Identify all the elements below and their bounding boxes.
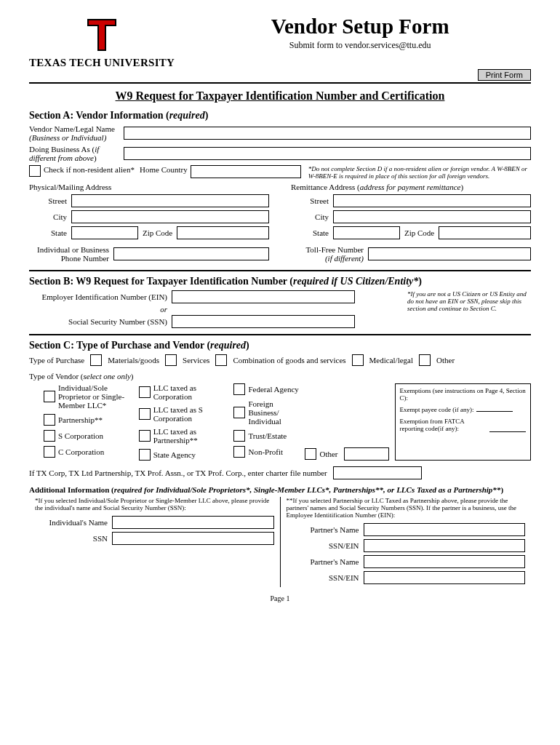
tollfree-field[interactable]: [368, 247, 531, 260]
llc-scorp-checkbox[interactable]: [139, 408, 151, 420]
partner2-name-label: Partner's Name: [287, 557, 359, 566]
state-label-2: State: [291, 228, 329, 237]
partner2-ssn-field[interactable]: [364, 571, 526, 584]
individual-name-label: Individual's Name: [35, 518, 108, 527]
partnership-label: Partnership**: [58, 415, 103, 424]
exempt-payee-label: Exempt payee code (if any):: [400, 406, 474, 413]
submit-instruction: Submit form to vendor.services@ttu.edu: [189, 40, 531, 51]
ein-label: Employer Identification Number (EIN): [29, 292, 167, 301]
individual-label: Individual/Sole Proprietor or Single-Mem…: [58, 383, 133, 410]
trust-checkbox[interactable]: [233, 430, 245, 442]
type-vendor-label: Type of Vendor (select one only): [29, 372, 531, 381]
divider: [29, 82, 531, 84]
other-purchase-label: Other: [436, 356, 455, 364]
other-vendor-checkbox[interactable]: [305, 448, 316, 460]
exempt-fatca-field[interactable]: [489, 418, 526, 432]
nonresident-checkbox[interactable]: [29, 165, 41, 177]
exempt-fatca-label: Exemption from FATCA reporting code(if a…: [400, 418, 487, 432]
combo-checkbox[interactable]: [215, 354, 227, 366]
scorp-label: S Corporation: [58, 431, 103, 440]
print-button[interactable]: Print Form: [478, 69, 531, 81]
phone-label: Individual or BusinessPhone Number: [29, 245, 109, 263]
vendor-name-field[interactable]: [124, 127, 531, 140]
ccorp-label: C Corporation: [58, 447, 104, 456]
home-country-field[interactable]: [191, 165, 301, 178]
llc-corp-checkbox[interactable]: [139, 386, 151, 398]
partnership-checkbox[interactable]: [44, 414, 55, 426]
other-purchase-checkbox[interactable]: [419, 354, 431, 366]
ssn-field[interactable]: [172, 315, 355, 328]
additional-info-header: Additional Information (required for Ind…: [29, 485, 531, 494]
services-label: Services: [183, 356, 209, 364]
individual-ssn-field[interactable]: [112, 532, 274, 545]
phys-city-field[interactable]: [71, 210, 269, 223]
individual-name-field[interactable]: [112, 516, 274, 529]
divider: [29, 270, 531, 271]
section-b-header: Section B: W9 Request for Taxpayer Ident…: [29, 276, 531, 287]
partner1-name-field[interactable]: [364, 523, 526, 536]
ccorp-checkbox[interactable]: [44, 446, 55, 458]
llc-partnership-checkbox[interactable]: [139, 430, 151, 442]
form-title: Vendor Setup Form: [189, 15, 531, 39]
foreign-checkbox[interactable]: [233, 407, 245, 418]
scorp-checkbox[interactable]: [44, 430, 55, 442]
ttu-logo: [81, 15, 122, 55]
medical-label: Medical/legal: [369, 356, 413, 364]
exemptions-box: Exemptions (see instructions on Page 4, …: [395, 383, 531, 461]
exempt-payee-field[interactable]: [476, 411, 513, 412]
llc-corp-label: LLC taxed as Corporation: [153, 383, 228, 401]
svg-rect-3: [99, 20, 105, 49]
tollfree-label: Toll-Free Number(if different): [291, 245, 364, 263]
medical-checkbox[interactable]: [352, 354, 364, 366]
charter-field[interactable]: [333, 466, 422, 479]
city-label: City: [29, 212, 67, 221]
phys-state-field[interactable]: [71, 226, 138, 239]
city-label-2: City: [291, 212, 329, 221]
services-checkbox[interactable]: [165, 354, 177, 366]
ssn-label: Social Security Number (SSN): [29, 317, 167, 326]
section-a-header: Section A: Vendor Information (required): [29, 110, 531, 121]
other-vendor-field[interactable]: [344, 447, 389, 461]
nonprofit-label: Non-Profit: [248, 447, 283, 456]
state-agency-checkbox[interactable]: [139, 449, 151, 461]
state-agency-label: State Agency: [153, 450, 196, 459]
phone-field[interactable]: [113, 247, 269, 260]
type-purchase-label: Type of Purchase: [29, 356, 84, 364]
home-country-label: Home Country: [140, 165, 188, 174]
nonresident-label: Check if non-resident alien*: [44, 165, 140, 174]
or-label: or: [29, 305, 167, 314]
physical-address-label: Physical/Mailing Address: [29, 183, 269, 191]
charter-label: If TX Corp, TX Ltd Partnership, TX Prof.…: [29, 469, 327, 477]
llc-scorp-label: LLC taxed as S Corporation: [153, 405, 228, 423]
other-vendor-label: Other: [319, 450, 337, 458]
section-b-note: *If you are not a US Citizen or US Entit…: [407, 290, 531, 330]
phys-street-field[interactable]: [71, 194, 269, 207]
dba-field[interactable]: [124, 147, 531, 160]
trust-label: Trust/Estate: [248, 431, 287, 440]
remit-street-field[interactable]: [333, 194, 531, 207]
llc-partnership-label: LLC taxed as Partnership**: [153, 427, 228, 445]
individual-note: *If you selected Individual/Sole Proprie…: [35, 497, 274, 511]
partner1-name-label: Partner's Name: [287, 525, 359, 534]
nonresident-note: *Do not complete Section D if a non-resi…: [308, 165, 531, 180]
zip-label: Zip Code: [143, 228, 172, 237]
materials-label: Materials/goods: [108, 356, 159, 364]
remit-city-field[interactable]: [333, 210, 531, 223]
federal-agency-checkbox[interactable]: [233, 383, 245, 395]
materials-checkbox[interactable]: [90, 354, 102, 366]
partner1-ssn-field[interactable]: [364, 539, 526, 552]
divider: [29, 334, 531, 335]
partner2-ssn-label: SSN/EIN: [287, 573, 359, 582]
zip-label-2: Zip Code: [404, 228, 434, 237]
partner2-name-field[interactable]: [364, 555, 526, 568]
university-name: TEXAS TECH UNIVERSITY: [29, 57, 175, 69]
exemptions-header: Exemptions (see instructions on Page 4, …: [400, 387, 526, 402]
individual-checkbox[interactable]: [44, 391, 55, 402]
ein-field[interactable]: [172, 290, 355, 303]
nonprofit-checkbox[interactable]: [233, 446, 245, 458]
phys-zip-field[interactable]: [177, 226, 269, 239]
federal-agency-label: Federal Agency: [248, 385, 298, 394]
remit-zip-field[interactable]: [439, 226, 531, 239]
remittance-address-label: Remittance Address (address for payment …: [291, 183, 531, 191]
remit-state-field[interactable]: [333, 226, 400, 239]
